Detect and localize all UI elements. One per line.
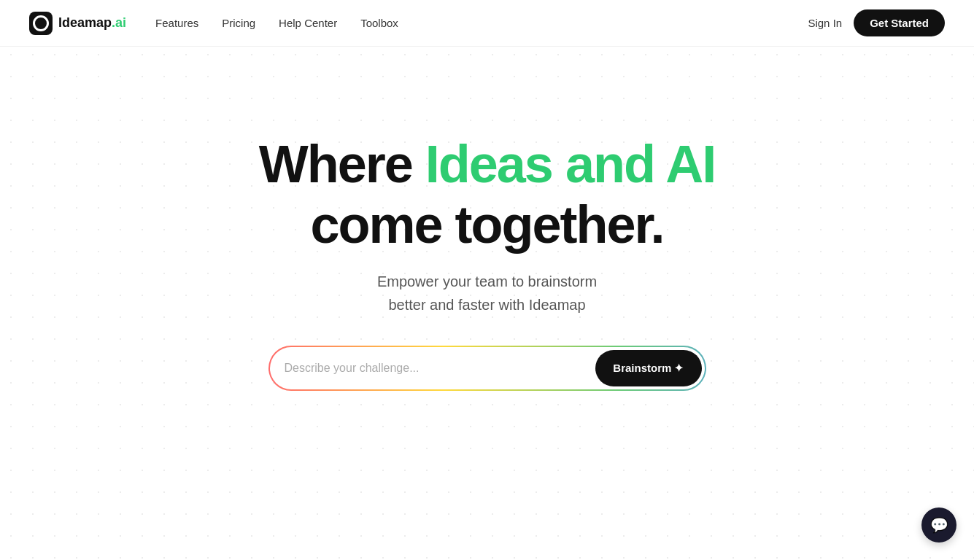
hero-title: Where Ideas and AI come together. (259, 134, 716, 255)
search-inner: Brainstorm ✦ (270, 347, 705, 389)
sign-in-button[interactable]: Sign In (808, 17, 842, 29)
logo-icon (29, 12, 53, 35)
chat-bubble-button[interactable]: 💬 (921, 508, 956, 542)
navbar-right: Sign In Get Started (808, 9, 945, 36)
navbar: Ideamap.ai Features Pricing Help Center … (0, 0, 974, 47)
logo[interactable]: Ideamap.ai (29, 12, 126, 35)
hero-section: Where Ideas and AI come together. Empowe… (0, 47, 974, 391)
nav-links: Features Pricing Help Center Toolbox (155, 17, 398, 29)
challenge-input[interactable] (270, 347, 593, 389)
brainstorm-button[interactable]: Brainstorm ✦ (595, 350, 701, 386)
get-started-button[interactable]: Get Started (854, 9, 945, 36)
navbar-left: Ideamap.ai Features Pricing Help Center … (29, 12, 398, 35)
hero-subtitle: Empower your team to brainstorm better a… (377, 270, 597, 316)
search-container: Brainstorm ✦ (268, 346, 706, 391)
logo-text: Ideamap.ai (58, 15, 126, 31)
nav-link-toolbox[interactable]: Toolbox (360, 17, 398, 29)
nav-link-help-center[interactable]: Help Center (279, 17, 337, 29)
nav-link-pricing[interactable]: Pricing (222, 17, 255, 29)
nav-link-features[interactable]: Features (155, 17, 198, 29)
chat-icon: 💬 (930, 518, 948, 532)
